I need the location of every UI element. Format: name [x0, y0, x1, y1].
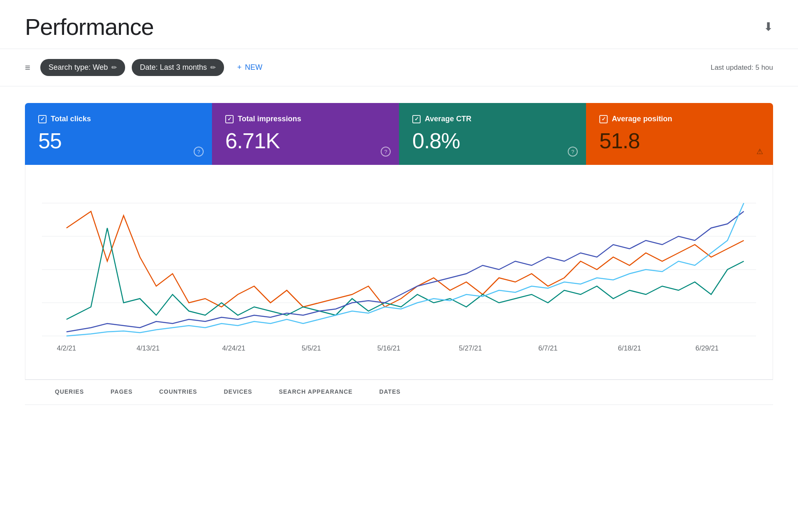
svg-text:5/5/21: 5/5/21 — [302, 344, 321, 352]
tab-dates[interactable]: DATES — [366, 380, 414, 405]
metric-value-ctr: 0.8% — [412, 130, 573, 152]
checkbox-clicks — [38, 115, 47, 123]
checkbox-position — [599, 115, 608, 123]
metrics-row: Total clicks 55 ? Total impressions 6.71… — [25, 103, 773, 165]
filter-icon[interactable]: ≡ — [25, 62, 30, 73]
svg-text:4/13/21: 4/13/21 — [136, 344, 160, 352]
metric-card-total-clicks[interactable]: Total clicks 55 ? — [25, 103, 212, 165]
header-actions: ⬇ — [764, 20, 773, 34]
svg-text:4/2/21: 4/2/21 — [57, 344, 76, 352]
metric-value-clicks: 55 — [38, 130, 199, 152]
new-filter-button[interactable]: + NEW — [231, 59, 269, 76]
metric-card-header-clicks: Total clicks — [38, 115, 199, 123]
last-updated-text: Last updated: 5 hou — [711, 64, 773, 72]
svg-text:5/16/21: 5/16/21 — [377, 344, 401, 352]
search-type-chip[interactable]: Search type: Web ✏ — [40, 59, 125, 76]
page-wrapper: Performance ⬇ ≡ Search type: Web ✏ Date:… — [0, 0, 798, 532]
date-chip[interactable]: Date: Last 3 months ✏ — [132, 59, 224, 76]
date-edit-icon: ✏ — [210, 64, 216, 71]
svg-text:6/29/21: 6/29/21 — [695, 344, 719, 352]
help-icon-ctr[interactable]: ? — [568, 147, 578, 157]
line-average-ctr — [66, 228, 744, 319]
date-label: Date: Last 3 months — [140, 63, 207, 72]
search-type-label: Search type: Web — [49, 63, 108, 72]
tab-devices[interactable]: DEVICES — [210, 380, 265, 405]
page-title: Performance — [25, 13, 154, 40]
metric-label-position: Average position — [612, 115, 672, 123]
chart-container: 4/2/21 4/13/21 4/24/21 5/5/21 5/16/21 5/… — [25, 165, 773, 380]
help-icon-impressions[interactable]: ? — [381, 147, 391, 157]
metric-card-average-position[interactable]: Average position 51.8 ⚠ — [586, 103, 773, 165]
download-icon[interactable]: ⬇ — [764, 20, 773, 34]
search-type-edit-icon: ✏ — [111, 64, 117, 71]
svg-text:4/24/21: 4/24/21 — [222, 344, 246, 352]
checkbox-impressions — [225, 115, 234, 123]
tab-countries[interactable]: COUNTRIES — [146, 380, 210, 405]
metric-card-total-impressions[interactable]: Total impressions 6.71K ? — [212, 103, 399, 165]
metric-label-impressions: Total impressions — [238, 115, 301, 123]
metric-value-impressions: 6.71K — [225, 130, 386, 152]
line-total-impressions — [66, 211, 744, 332]
help-icon-clicks[interactable]: ? — [194, 147, 204, 157]
warn-icon-position[interactable]: ⚠ — [755, 147, 765, 157]
metric-label-clicks: Total clicks — [51, 115, 91, 123]
svg-text:6/18/21: 6/18/21 — [618, 344, 641, 352]
checkbox-ctr — [412, 115, 421, 123]
new-filter-label: NEW — [245, 63, 262, 72]
tab-pages[interactable]: PAGES — [97, 380, 146, 405]
tab-search-appearance[interactable]: SEARCH APPEARANCE — [266, 380, 366, 405]
metric-label-ctr: Average CTR — [425, 115, 471, 123]
metric-card-header-position: Average position — [599, 115, 760, 123]
metric-card-header-ctr: Average CTR — [412, 115, 573, 123]
svg-text:6/7/21: 6/7/21 — [538, 344, 557, 352]
metric-value-position: 51.8 — [599, 130, 760, 152]
metric-card-average-ctr[interactable]: Average CTR 0.8% ? — [399, 103, 586, 165]
svg-text:5/27/21: 5/27/21 — [459, 344, 482, 352]
new-filter-plus-icon: + — [237, 63, 242, 72]
toolbar: ≡ Search type: Web ✏ Date: Last 3 months… — [0, 49, 798, 86]
performance-chart: 4/2/21 4/13/21 4/24/21 5/5/21 5/16/21 5/… — [42, 178, 756, 353]
metric-card-header-impressions: Total impressions — [225, 115, 386, 123]
tabs-row: QUERIES PAGES COUNTRIES DEVICES SEARCH A… — [25, 380, 773, 405]
header: Performance ⬇ — [0, 0, 798, 49]
tab-queries[interactable]: QUERIES — [42, 380, 97, 405]
